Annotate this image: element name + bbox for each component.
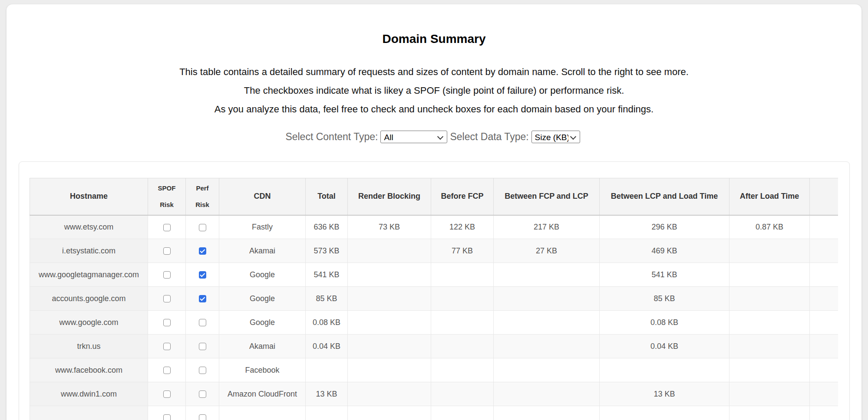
- spof-risk-checkbox[interactable]: [163, 224, 171, 231]
- domain-summary-table: Hostname SPOF Risk Perf Risk CDN Total R…: [30, 178, 838, 420]
- table-scroll-area[interactable]: Hostname SPOF Risk Perf Risk CDN Total R…: [30, 178, 838, 420]
- between-lcp-load-cell: [600, 406, 729, 420]
- col-header-after-load: After Load Time: [729, 178, 810, 215]
- domain-table-panel: Hostname SPOF Risk Perf Risk CDN Total R…: [19, 161, 850, 420]
- spof-risk-checkbox[interactable]: [163, 319, 171, 326]
- render-blocking-cell: [348, 335, 431, 358]
- cdn-cell: Google: [219, 311, 306, 335]
- inadequate-cell: [810, 406, 838, 420]
- spof-risk-checkbox[interactable]: [163, 343, 171, 350]
- perf-risk-checkbox[interactable]: [199, 295, 206, 302]
- cdn-cell: Amazon CloudFront: [219, 382, 306, 406]
- before-fcp-cell: [431, 335, 494, 358]
- total-cell: 573 KB: [306, 239, 348, 263]
- before-fcp-cell: [431, 382, 494, 406]
- between-fcp-lcp-cell: [494, 263, 600, 287]
- hostname-cell: www.dwin1.com: [30, 382, 148, 406]
- perf-risk-checkbox-cell: [186, 263, 219, 287]
- after-load-cell: [729, 382, 810, 406]
- spof-risk-checkbox[interactable]: [163, 295, 171, 302]
- hostname-cell: trkn.us: [30, 335, 148, 358]
- table-row: www.googletagmanager.comGoogle541 KB541 …: [30, 263, 838, 287]
- spof-risk-checkbox-cell: [148, 382, 186, 406]
- perf-risk-checkbox-cell: [186, 335, 219, 358]
- intro-line-2: The checkboxes indicate what is likey a …: [7, 81, 861, 100]
- page-title: Domain Summary: [7, 4, 861, 46]
- before-fcp-cell: 77 KB: [431, 239, 494, 263]
- spof-risk-checkbox[interactable]: [163, 271, 171, 279]
- inadequate-cell: [810, 382, 838, 406]
- spof-risk-checkbox[interactable]: [163, 390, 171, 398]
- inadequate-cell: [810, 335, 838, 358]
- spof-risk-checkbox[interactable]: [163, 367, 171, 374]
- after-load-cell: [729, 287, 810, 311]
- before-fcp-cell: [431, 263, 494, 287]
- hostname-cell: accounts.google.com: [30, 287, 148, 311]
- perf-risk-checkbox-cell: [186, 239, 219, 263]
- perf-risk-checkbox[interactable]: [199, 271, 206, 279]
- perf-risk-checkbox[interactable]: [199, 414, 206, 420]
- between-fcp-lcp-cell: [494, 311, 600, 335]
- spof-risk-checkbox-cell: [148, 263, 186, 287]
- before-fcp-cell: [431, 406, 494, 420]
- table-row: www.etsy.comFastly636 KB73 KB122 KB217 K…: [30, 215, 838, 239]
- perf-risk-checkbox[interactable]: [199, 390, 206, 398]
- table-row: www.google.comGoogle0.08 KB0.08 KB: [30, 311, 838, 335]
- content-type-select[interactable]: All: [381, 132, 447, 143]
- total-cell: [306, 406, 348, 420]
- between-lcp-load-cell: 85 KB: [600, 287, 729, 311]
- cdn-cell: [219, 406, 306, 420]
- total-cell: 636 KB: [306, 215, 348, 239]
- perf-risk-checkbox[interactable]: [199, 319, 206, 326]
- between-lcp-load-cell: 13 KB: [600, 382, 729, 406]
- perf-risk-checkbox[interactable]: [199, 367, 206, 374]
- table-row: i.etsystatic.comAkamai573 KB77 KB27 KB46…: [30, 239, 838, 263]
- total-cell: 541 KB: [306, 263, 348, 287]
- hostname-cell: [30, 406, 148, 420]
- after-load-cell: [729, 335, 810, 358]
- col-header-spof-risk: SPOF Risk: [148, 178, 186, 215]
- spof-risk-checkbox-cell: [148, 406, 186, 420]
- inadequate-cell: [810, 311, 838, 335]
- perf-risk-checkbox[interactable]: [199, 343, 206, 350]
- inadequate-cell: [810, 239, 838, 263]
- spof-risk-checkbox-cell: [148, 239, 186, 263]
- perf-risk-checkbox[interactable]: [199, 247, 206, 255]
- between-lcp-load-cell: 469 KB: [600, 239, 729, 263]
- table-header-row: Hostname SPOF Risk Perf Risk CDN Total R…: [30, 178, 838, 215]
- before-fcp-cell: 122 KB: [431, 215, 494, 239]
- hostname-cell: www.google.com: [30, 311, 148, 335]
- after-load-cell: [729, 311, 810, 335]
- table-body: www.etsy.comFastly636 KB73 KB122 KB217 K…: [30, 215, 838, 420]
- data-type-select-wrap: Size (KB): [531, 131, 580, 143]
- total-cell: 0.08 KB: [306, 311, 348, 335]
- intro-text: This table contains a detailed summary o…: [7, 62, 861, 118]
- spof-risk-checkbox[interactable]: [163, 414, 171, 420]
- col-header-between-fcp-lcp: Between FCP and LCP: [494, 178, 600, 215]
- after-load-cell: [729, 406, 810, 420]
- between-fcp-lcp-cell: 217 KB: [494, 215, 600, 239]
- col-header-before-fcp: Before FCP: [431, 178, 494, 215]
- data-type-select[interactable]: Size (KB): [532, 132, 580, 143]
- hostname-cell: www.facebook.com: [30, 358, 148, 382]
- render-blocking-cell: [348, 406, 431, 420]
- hostname-cell: www.googletagmanager.com: [30, 263, 148, 287]
- col-header-inadequate: Inade: [810, 178, 838, 215]
- spof-risk-checkbox-cell: [148, 335, 186, 358]
- between-fcp-lcp-cell: 27 KB: [494, 239, 600, 263]
- perf-risk-checkbox-cell: [186, 358, 219, 382]
- perf-risk-checkbox[interactable]: [199, 224, 206, 231]
- inadequate-cell: [810, 287, 838, 311]
- spof-risk-checkbox[interactable]: [163, 247, 171, 255]
- col-header-hostname: Hostname: [30, 178, 148, 215]
- render-blocking-cell: [348, 287, 431, 311]
- render-blocking-cell: [348, 239, 431, 263]
- filter-controls: Select Content Type:AllSelect Data Type:…: [7, 131, 861, 143]
- before-fcp-cell: [431, 358, 494, 382]
- after-load-cell: [729, 263, 810, 287]
- total-cell: 0.04 KB: [306, 335, 348, 358]
- total-cell: [306, 358, 348, 382]
- col-header-total: Total: [306, 178, 348, 215]
- col-header-render-blocking: Render Blocking: [348, 178, 431, 215]
- inadequate-cell: [810, 215, 838, 239]
